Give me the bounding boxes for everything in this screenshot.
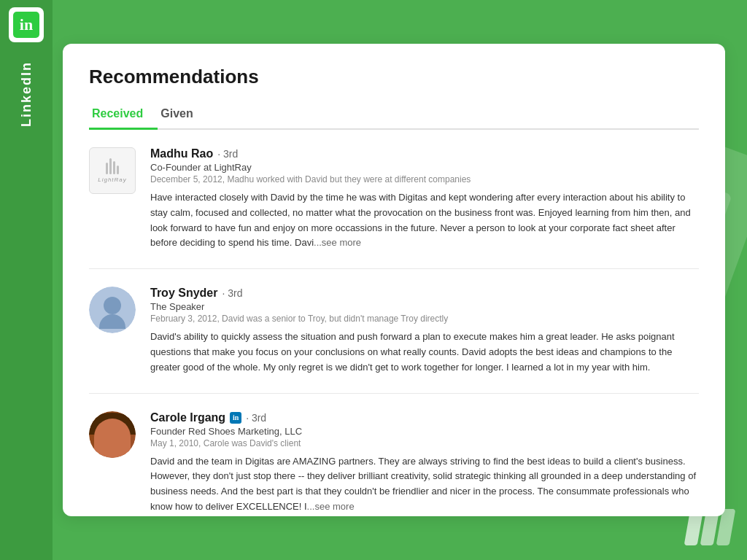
recommendation-item: Carole Irgang in · 3rd Founder Red Shoes… <box>89 394 699 516</box>
name-row: Madhu Rao · 3rd <box>150 147 699 160</box>
lightray-rays <box>106 158 119 174</box>
avatar-circle <box>89 287 136 333</box>
see-more-link[interactable]: ...see more <box>314 237 361 248</box>
linkedin-in-badge: in <box>230 412 241 424</box>
recommendation-text: Have interacted closely with David by th… <box>150 190 699 251</box>
recommender-title: Co-Founder at LightRay <box>150 162 699 173</box>
lightray-ray <box>113 161 115 174</box>
avatar-head <box>104 297 121 314</box>
lightray-icon: LightRay <box>90 148 135 193</box>
recommender-name[interactable]: Madhu Rao <box>150 147 213 160</box>
recommender-name[interactable]: Troy Snyder <box>150 287 217 300</box>
connection-degree: · 3rd <box>217 148 238 160</box>
avatar-face <box>94 419 131 458</box>
recommender-title: The Speaker <box>150 301 699 312</box>
tabs-container: Received Given <box>89 100 699 130</box>
recommendation-date: December 5, 2012, Madhu worked with Davi… <box>150 174 699 184</box>
lightray-ray <box>117 166 119 174</box>
recommendation-date: February 3, 2012, David was a senior to … <box>150 314 699 324</box>
connection-degree: · 3rd <box>246 412 266 424</box>
recommendations-list: LightRay Madhu Rao · 3rd Co-Founder at L… <box>89 130 699 516</box>
avatar-person-shape <box>99 291 125 329</box>
recommendation-content: Carole Irgang in · 3rd Founder Red Shoes… <box>150 411 699 515</box>
recommendation-text: David and the team in Digitas are AMAZIN… <box>150 454 699 515</box>
avatar-body <box>99 314 125 329</box>
linkedin-brand-text: LinkedIn <box>19 61 34 127</box>
avatar: LightRay <box>89 147 136 194</box>
avatar <box>89 411 136 458</box>
linkedin-logo-box: in <box>9 7 44 42</box>
recommendation-item: LightRay Madhu Rao · 3rd Co-Founder at L… <box>89 130 699 269</box>
recommendation-item: Troy Snyder · 3rd The Speaker February 3… <box>89 269 699 393</box>
avatar <box>89 287 136 333</box>
recommendation-content: Madhu Rao · 3rd Co-Founder at LightRay D… <box>150 147 699 251</box>
see-more-link[interactable]: ...see more <box>307 501 355 512</box>
tab-received[interactable]: Received <box>89 100 158 130</box>
avatar-photo <box>89 411 136 458</box>
main-card: Recommendations Received Given LightRay <box>63 44 725 516</box>
name-row: Carole Irgang in · 3rd <box>150 411 699 424</box>
name-row: Troy Snyder · 3rd <box>150 287 699 300</box>
recommendation-text: David's ability to quickly assess the si… <box>150 330 699 375</box>
recommender-title: Founder Red Shoes Marketing, LLC <box>150 426 699 437</box>
page-title: Recommendations <box>89 66 699 88</box>
lightray-ray <box>109 158 112 174</box>
recommendation-date: May 1, 2010, Carole was David's client <box>150 438 699 448</box>
connection-degree: · 3rd <box>222 287 242 299</box>
linkedin-sidebar: in LinkedIn <box>0 0 53 560</box>
lightray-ray <box>106 163 108 174</box>
recommendation-content: Troy Snyder · 3rd The Speaker February 3… <box>150 287 699 375</box>
recommender-name[interactable]: Carole Irgang <box>150 411 225 424</box>
linkedin-logo-icon: in <box>13 12 39 38</box>
tab-given[interactable]: Given <box>158 100 207 130</box>
lightray-brand-text: LightRay <box>98 176 127 183</box>
